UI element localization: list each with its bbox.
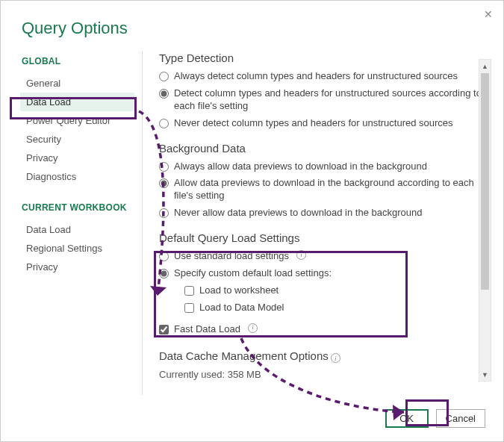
sidebar-item-cw-regional[interactable]: Regional Settings [20, 239, 134, 258]
heading-cache: Data Cache Management Optionsi [159, 349, 494, 364]
label-load-datamodel: Load to Data Model [199, 302, 284, 314]
label-load-custom: Specify custom default load settings: [174, 267, 332, 280]
label-td-perfile: Detect column types and headers for unst… [174, 87, 494, 113]
radio-load-custom[interactable]: Specify custom default load settings: [159, 267, 494, 280]
info-icon[interactable]: i [248, 323, 258, 333]
scroll-up-icon[interactable]: ▲ [479, 60, 491, 72]
radio-bg-never[interactable]: Never allow data previews to download in… [159, 207, 494, 220]
scrollbar[interactable]: ▲ ▼ [479, 59, 491, 382]
radio-type-never[interactable]: Never detect column types and headers fo… [159, 117, 494, 130]
sidebar-heading-global: GLOBAL [22, 56, 134, 66]
dialog-title: Query Options [1, 1, 503, 52]
label-load-worksheet: Load to worksheet [199, 284, 279, 297]
label-fast-load: Fast Data Load [174, 323, 240, 336]
sidebar-item-diagnostics[interactable]: Diagnostics [20, 167, 134, 186]
check-fast-load[interactable]: Fast Data Loadi [159, 323, 494, 336]
sidebar-item-cw-data-load[interactable]: Data Load [20, 220, 134, 239]
info-icon[interactable]: i [296, 250, 306, 260]
close-icon[interactable]: ✕ [484, 8, 493, 20]
heading-background-data: Background Data [159, 142, 494, 155]
cache-used-label: Currently used: 358 MB [159, 369, 494, 380]
sidebar-item-cw-privacy[interactable]: Privacy [20, 258, 134, 276]
heading-type-detection: Type Detection [159, 52, 494, 64]
radio-bg-always[interactable]: Always allow data previews to download i… [159, 161, 494, 173]
sidebar-item-privacy[interactable]: Privacy [20, 149, 134, 167]
label-bg-always: Always allow data previews to download i… [174, 161, 427, 173]
label-bg-never: Never allow data previews to download in… [174, 207, 422, 220]
scroll-thumb[interactable] [481, 73, 489, 290]
radio-type-perfile[interactable]: Detect column types and headers for unst… [159, 87, 494, 113]
info-icon[interactable]: i [331, 353, 340, 363]
sidebar-item-general[interactable]: General [20, 74, 134, 93]
sidebar-item-security[interactable]: Security [20, 130, 134, 149]
sidebar: GLOBAL General Data Load Power Query Edi… [22, 52, 143, 395]
label-td-never: Never detect column types and headers fo… [174, 117, 453, 130]
scroll-down-icon[interactable]: ▼ [479, 368, 491, 381]
sidebar-heading-current: CURRENT WORKBOOK [22, 202, 134, 213]
label-bg-perfile: Allow data previews to download in the b… [174, 177, 494, 202]
sidebar-item-data-load[interactable]: Data Load [20, 93, 134, 111]
label-td-always: Always detect column types and headers f… [174, 70, 458, 83]
radio-type-always[interactable]: Always detect column types and headers f… [159, 70, 494, 83]
ok-button[interactable]: OK [385, 409, 429, 428]
check-load-datamodel[interactable]: Load to Data Model [184, 302, 494, 314]
radio-bg-perfile[interactable]: Allow data previews to download in the b… [159, 177, 494, 202]
content-pane: Type Detection Always detect column type… [143, 52, 503, 395]
radio-load-standard[interactable]: Use standard load settingsi [159, 250, 494, 263]
check-load-worksheet[interactable]: Load to worksheet [184, 284, 494, 297]
sidebar-item-power-query-editor[interactable]: Power Query Editor [20, 111, 134, 130]
cancel-button[interactable]: Cancel [436, 409, 485, 428]
label-load-standard: Use standard load settings [174, 250, 289, 263]
heading-default-load: Default Query Load Settings [159, 231, 494, 244]
